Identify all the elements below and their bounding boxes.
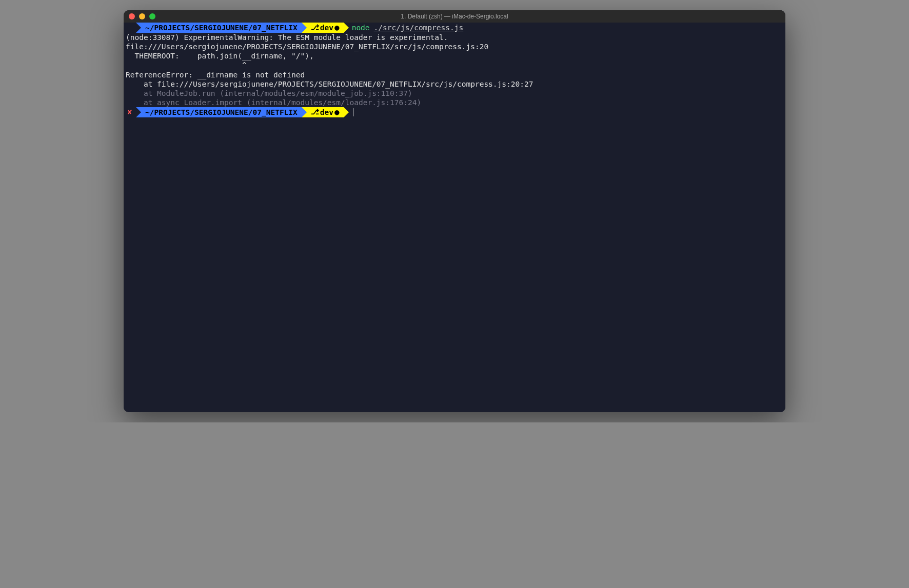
output-line-dim: at ModuleJob.run (internal/modules/esm/m… [124,89,785,98]
segment-arrow [344,107,349,117]
branch-name: dev [320,108,333,117]
status-indicator: ✘ [124,107,136,117]
dirty-indicator-icon: ● [334,108,340,116]
output-line-dim: at async Loader.import (internal/modules… [124,98,785,107]
output-line: file:///Users/sergiojunene/PROJECTS/SERG… [124,42,785,51]
segment-arrow [344,23,349,33]
output-line: (node:33087) ExperimentalWarning: The ES… [124,33,785,42]
dirty-indicator-icon: ● [334,24,340,32]
path-segment: ~/PROJECTS/SERGIOJUNENE/07_NETFLIX [141,23,302,33]
maximize-button[interactable] [149,13,155,19]
command-arg: ./src/js/compress.js [374,23,464,32]
error-status-icon: ✘ [128,108,132,117]
branch-name: dev [320,23,333,32]
terminal-window: 1. Default (zsh) — iMac-de-Sergio.local … [124,10,785,412]
prompt-line-2: ✘ ~/PROJECTS/SERGIOJUNENE/07_NETFLIX ⎇ d… [124,107,785,117]
status-indicator [124,23,136,33]
command-bin: node [352,23,370,32]
output-line: THEMEROOT: path.join(__dirname, "/"), [124,51,785,60]
traffic-lights [129,13,155,19]
git-branch-icon: ⎇ [311,108,319,117]
segment-arrow [302,23,307,33]
segment-arrow [302,107,307,117]
output-line: ^ [124,60,785,70]
git-branch-icon: ⎇ [311,23,319,32]
branch-segment: ⎇ dev ● [307,107,344,117]
segment-arrow [136,23,141,33]
close-button[interactable] [129,13,135,19]
output-line: at file:///Users/sergiojunene/PROJECTS/S… [124,79,785,89]
titlebar[interactable]: 1. Default (zsh) — iMac-de-Sergio.local [124,10,785,23]
path-segment: ~/PROJECTS/SERGIOJUNENE/07_NETFLIX [141,107,302,117]
terminal-content[interactable]: ~/PROJECTS/SERGIOJUNENE/07_NETFLIX ⎇ dev… [124,23,785,412]
window-title: 1. Default (zsh) — iMac-de-Sergio.local [401,13,508,20]
output-line: ReferenceError: __dirname is not defined [124,70,785,79]
command-input: node ./src/js/compress.js [349,23,464,32]
minimize-button[interactable] [139,13,145,19]
current-path: ~/PROJECTS/SERGIOJUNENE/07_NETFLIX [145,108,298,117]
current-path: ~/PROJECTS/SERGIOJUNENE/07_NETFLIX [145,23,298,32]
prompt-line-1: ~/PROJECTS/SERGIOJUNENE/07_NETFLIX ⎇ dev… [124,23,785,33]
segment-arrow [136,107,141,117]
branch-segment: ⎇ dev ● [307,23,344,33]
input-cursor[interactable] [353,108,354,116]
